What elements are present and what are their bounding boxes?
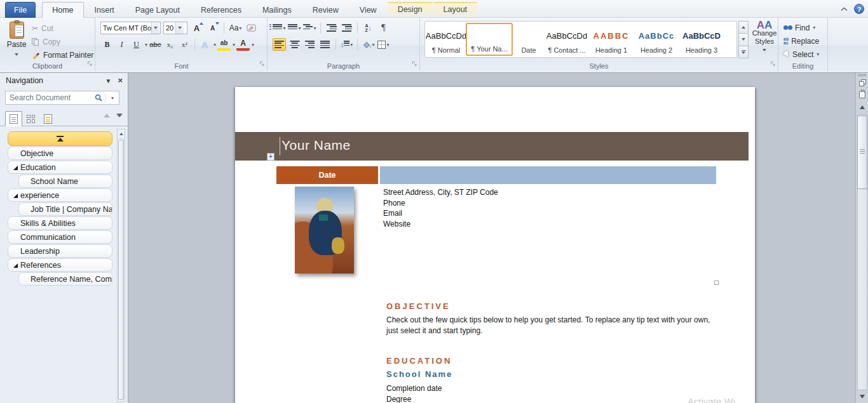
ribbon-tab[interactable]: Mailings	[252, 2, 302, 18]
superscript-button[interactable]: x²	[178, 38, 191, 51]
highlight-button[interactable]: ab	[217, 38, 231, 51]
nav-scroll-up-icon[interactable]	[118, 129, 125, 138]
styles-scroll-down-icon[interactable]	[738, 33, 749, 46]
minimize-ribbon-icon[interactable]	[838, 4, 850, 14]
completion-date-text[interactable]: Completion date	[386, 384, 442, 393]
ribbon-tab[interactable]: View	[349, 2, 387, 18]
heading-list-item[interactable]: References	[8, 258, 112, 272]
copy-button[interactable]: Copy	[32, 35, 93, 48]
numbering-button[interactable]: ▾	[288, 22, 301, 34]
justify-button[interactable]	[318, 38, 332, 51]
heading-list-item[interactable]: Job Title | Company Na...	[18, 202, 112, 216]
search-icon[interactable]	[92, 94, 105, 102]
ribbon-tab[interactable]: Design	[388, 2, 433, 18]
underline-dropdown-icon[interactable]: ▾	[145, 42, 147, 48]
cut-button[interactable]: ✂ Cut	[32, 22, 93, 35]
align-center-button[interactable]	[288, 38, 301, 51]
tab-browse-results[interactable]	[39, 111, 57, 126]
heading-list-item[interactable]: Objective	[8, 147, 112, 160]
collapse-triangle-icon[interactable]	[13, 263, 18, 268]
previous-heading-icon[interactable]	[104, 114, 110, 117]
clear-formatting-button[interactable]	[245, 22, 258, 34]
align-right-button[interactable]	[303, 38, 316, 51]
borders-button[interactable]: ▾	[377, 38, 390, 51]
table-move-handle-icon[interactable]: +	[267, 153, 275, 161]
name-header-bar[interactable]: Your Name	[235, 132, 749, 161]
multilevel-list-button[interactable]: ▾	[303, 22, 316, 34]
contact-line[interactable]: Email	[383, 208, 498, 219]
shading-button[interactable]: ▾	[362, 38, 375, 51]
line-spacing-button[interactable]: ↕▾	[340, 38, 353, 51]
objective-text[interactable]: Check out the few quick tips below to he…	[386, 315, 717, 336]
styles-more-icon[interactable]	[738, 46, 749, 58]
change-case-button[interactable]: Aa▾	[229, 22, 242, 34]
document-canvas[interactable]: Your Name + Date Street Address, City, S…	[128, 73, 855, 403]
resize-handle[interactable]	[714, 281, 719, 285]
bullets-button[interactable]: ▾	[273, 22, 286, 34]
scroll-up-icon[interactable]	[857, 102, 867, 112]
split-window-handle[interactable]	[858, 74, 866, 76]
style-item[interactable]: AaBbCcDd ¶ Contact ...	[545, 23, 589, 56]
search-dropdown-icon[interactable]: ▾	[106, 95, 119, 101]
next-heading-icon[interactable]	[116, 114, 123, 117]
style-item[interactable]: Date	[513, 23, 545, 56]
style-item[interactable]: ¶ Your Na...	[466, 23, 513, 56]
font-color-button[interactable]: A	[236, 38, 250, 51]
navigation-scrollbar[interactable]	[117, 129, 125, 402]
font-name-dropdown-icon[interactable]	[151, 22, 159, 34]
nav-scroll-thumb[interactable]	[118, 140, 124, 400]
sort-button[interactable]: AZ↓	[362, 22, 375, 34]
find-button[interactable]: Find▾	[783, 21, 819, 34]
heading-list-item[interactable]: Reference Name, Com...	[18, 272, 112, 286]
address-header-bar[interactable]	[380, 166, 716, 184]
help-icon[interactable]: ?	[854, 4, 864, 14]
scrollbar-thumb[interactable]	[857, 116, 867, 189]
document-scrollbar[interactable]	[855, 73, 868, 403]
document-page[interactable]: Your Name + Date Street Address, City, S…	[235, 87, 755, 403]
style-item[interactable]: AABBC Heading 1	[589, 23, 634, 56]
tab-browse-headings[interactable]	[5, 111, 22, 126]
italic-button[interactable]: I	[115, 38, 128, 51]
style-item[interactable]: AaBbCcDd ¶ Normal	[426, 23, 466, 56]
format-painter-button[interactable]: Format Painter	[32, 48, 93, 62]
highlight-dropdown-icon[interactable]: ▾	[233, 42, 235, 48]
underline-button[interactable]: U	[130, 38, 143, 51]
replace-button[interactable]: abac Replace	[783, 34, 819, 48]
view-ruler-icon[interactable]	[857, 77, 867, 88]
font-size-combo[interactable]: 20	[163, 22, 187, 34]
style-item[interactable]: AaBbCcD Heading 3	[679, 23, 724, 56]
subscript-button[interactable]: x₂	[163, 38, 177, 51]
search-document-input[interactable]: Search Document ▾	[5, 91, 119, 105]
style-item[interactable]: AaBbCc Heading 2	[634, 23, 679, 56]
ribbon-tab[interactable]: Insert	[85, 2, 125, 18]
change-styles-button[interactable]: AA Change Styles	[751, 19, 778, 62]
paste-button[interactable]: Paste	[4, 20, 29, 61]
tab-browse-pages[interactable]	[22, 111, 39, 126]
profile-photo[interactable]	[295, 187, 354, 274]
ribbon-tab[interactable]: File	[5, 2, 36, 18]
contact-line[interactable]: Street Address, City, ST ZIP Code	[383, 187, 498, 198]
text-effects-button[interactable]: A	[198, 38, 212, 51]
ribbon-tab[interactable]: Page Layout	[125, 2, 190, 18]
paragraph-dialog-launcher-icon[interactable]	[412, 58, 417, 69]
navigation-options-dropdown-icon[interactable]: ▼	[105, 77, 112, 84]
align-left-button[interactable]	[273, 38, 286, 51]
heading-list-item[interactable]	[8, 131, 112, 146]
heading-list-item[interactable]: Leadership	[8, 244, 112, 258]
objective-heading[interactable]: OBJECTIVE	[386, 301, 451, 311]
ribbon-tab[interactable]: Home	[42, 2, 83, 18]
heading-list-item[interactable]: experience	[8, 188, 112, 202]
ribbon-tab[interactable]: Review	[302, 2, 349, 18]
pan-hand-icon[interactable]	[857, 89, 867, 100]
navigation-close-icon[interactable]: ×	[118, 77, 123, 84]
text-effects-dropdown-icon[interactable]: ▾	[214, 42, 216, 48]
ribbon-tab[interactable]: References	[191, 2, 252, 18]
font-name-combo[interactable]: Tw Cen MT (Boc	[100, 22, 161, 34]
scroll-down-icon[interactable]	[857, 392, 867, 402]
show-hide-pilcrow-button[interactable]: ¶	[377, 22, 390, 34]
heading-list-item[interactable]: Skills & Abilities	[8, 216, 112, 230]
collapse-triangle-icon[interactable]	[13, 166, 18, 170]
education-heading[interactable]: EDUCATION	[386, 356, 452, 366]
contact-block[interactable]: Street Address, City, ST ZIP CodePhoneEm…	[383, 187, 498, 229]
shrink-font-button[interactable]: A	[206, 22, 219, 34]
